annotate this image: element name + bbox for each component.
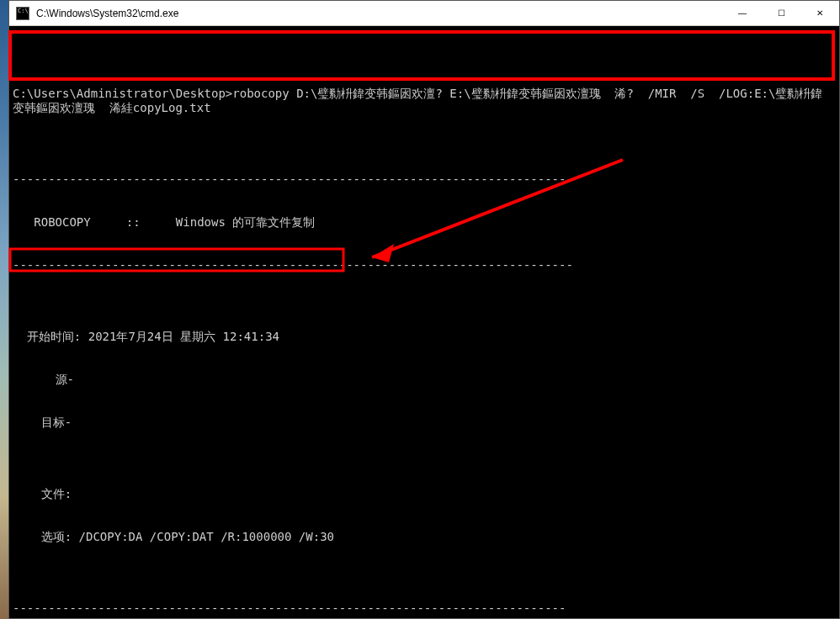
console-line-starttime: 开始时间: 2021年7月24日 星期六 12:41:34 [13,330,832,344]
console-line-files: 文件: [13,487,832,501]
titlebar[interactable]: C:\Windows\System32\cmd.exe — ☐ ✕ [9,1,839,26]
console-line-options: 选项: /DCOPY:DA /COPY:DAT /R:1000000 /W:30 [13,530,832,544]
console-area[interactable]: C:\Users\Administrator\Desktop>robocopy … [9,26,839,618]
maximize-button[interactable]: ☐ [762,1,800,26]
console-line: ----------------------------------------… [13,601,832,616]
console-line: ----------------------------------------… [13,172,832,187]
window-title: C:\Windows\System32\cmd.exe [36,8,723,19]
desktop-background-sliver [0,0,8,619]
cmd-window: C:\Windows\System32\cmd.exe — ☐ ✕ C:\Use… [8,0,840,619]
cmd-icon [16,7,29,20]
close-button[interactable]: ✕ [800,1,839,26]
minimize-button[interactable]: — [723,1,762,26]
console-line-target: 目标- [13,415,832,430]
console-line-header: ROBOCOPY :: Windows 的可靠文件复制 [13,215,832,230]
console-line-source: 源- [13,373,832,387]
console-line-command: C:\Users\Administrator\Desktop>robocopy … [13,87,832,115]
console-line: ----------------------------------------… [13,258,832,272]
window-controls: — ☐ ✕ [723,1,839,26]
